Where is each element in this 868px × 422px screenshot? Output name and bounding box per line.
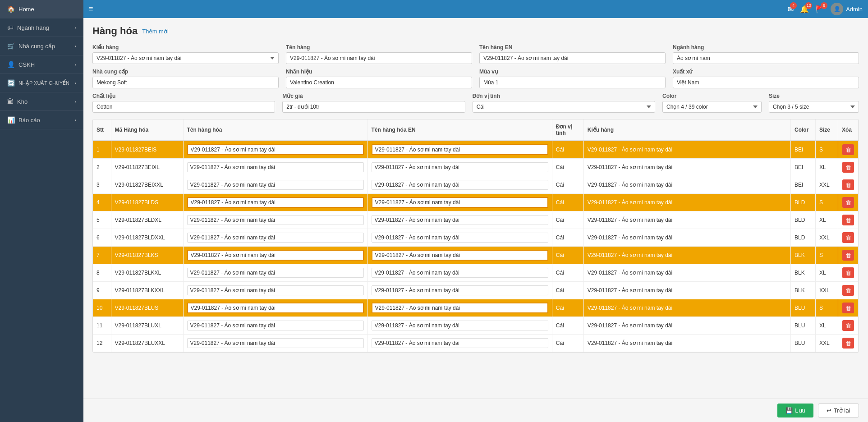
cell-ten-en-input[interactable]: [372, 303, 548, 313]
xuat-xu-input[interactable]: [673, 77, 859, 88]
sidebar-item-cskh[interactable]: 👤 CSKH ›: [0, 55, 83, 74]
delete-button[interactable]: 🗑: [842, 267, 854, 278]
cell-ten-en-input[interactable]: [372, 215, 548, 225]
color-select[interactable]: Chọn 4 / 39 color: [662, 101, 762, 113]
cell-ten[interactable]: [183, 229, 367, 247]
cell-ten[interactable]: [183, 299, 367, 317]
cell-ten-en[interactable]: [367, 264, 552, 282]
delete-button[interactable]: 🗑: [842, 215, 854, 225]
cell-ten-en[interactable]: [367, 299, 552, 317]
sidebar-item-nhap-xuat[interactable]: 🔄 NHẬP XUẤT CHUYỂN ›: [0, 74, 83, 92]
cell-delete[interactable]: 🗑: [838, 264, 859, 282]
delete-button[interactable]: 🗑: [842, 179, 854, 190]
cell-delete[interactable]: 🗑: [838, 299, 859, 317]
delete-button[interactable]: 🗑: [842, 320, 854, 331]
delete-button[interactable]: 🗑: [842, 144, 854, 155]
cell-ten-input[interactable]: [187, 250, 364, 261]
cell-delete[interactable]: 🗑: [838, 317, 859, 335]
cell-ten-input[interactable]: [187, 180, 364, 190]
cell-ten[interactable]: [183, 159, 367, 176]
delete-button[interactable]: 🗑: [842, 250, 854, 261]
cell-ten-input[interactable]: [187, 162, 364, 172]
delete-button[interactable]: 🗑: [842, 197, 854, 208]
delete-button[interactable]: 🗑: [842, 285, 854, 296]
mail-icon-wrap[interactable]: ✉ 4: [788, 5, 794, 14]
cell-ten-en-input[interactable]: [372, 321, 548, 330]
cell-ten[interactable]: [183, 247, 367, 264]
kieu-hang-select[interactable]: V29-011827 - Áo sơ mi nam tay dài: [92, 52, 279, 64]
cell-ten[interactable]: [183, 264, 367, 282]
ten-hang-en-input[interactable]: [479, 52, 666, 64]
cell-delete[interactable]: 🗑: [838, 141, 859, 159]
cell-ten-input[interactable]: [187, 215, 364, 225]
nhan-hieu-input[interactable]: [286, 77, 472, 88]
size-select[interactable]: Chọn 3 / 5 size: [769, 101, 859, 113]
cell-ten[interactable]: [183, 317, 367, 335]
sidebar-item-kho[interactable]: 🏛 Kho ›: [0, 92, 83, 111]
back-button[interactable]: ↩ Trở lại: [818, 404, 859, 417]
cell-ten[interactable]: [183, 194, 367, 211]
add-new-link[interactable]: Thêm mới: [142, 28, 169, 35]
cell-ten-en[interactable]: [367, 211, 552, 229]
delete-button[interactable]: 🗑: [842, 303, 854, 313]
delete-button[interactable]: 🗑: [842, 232, 854, 243]
cell-ten-en-input[interactable]: [372, 250, 548, 261]
nha-cung-cap-input[interactable]: [92, 77, 279, 88]
cell-ten[interactable]: [183, 282, 367, 299]
cell-ten-input[interactable]: [187, 144, 364, 155]
ten-hang-input[interactable]: [286, 52, 472, 64]
cell-ten-input[interactable]: [187, 338, 364, 348]
sidebar-item-nganh-hang[interactable]: 🏷 Ngành hàng ›: [0, 18, 83, 37]
sidebar-item-nha-cung-cap[interactable]: 🛒 Nhà cung cấp ›: [0, 37, 83, 55]
cell-ten-en-input[interactable]: [372, 180, 548, 190]
nganh-hang-input[interactable]: [673, 52, 859, 64]
cell-ten-en-input[interactable]: [372, 233, 548, 243]
cell-ten-input[interactable]: [187, 233, 364, 243]
cell-ten-en[interactable]: [367, 247, 552, 264]
cell-ten-en-input[interactable]: [372, 285, 548, 295]
cell-ten-en[interactable]: [367, 194, 552, 211]
cell-ten[interactable]: [183, 211, 367, 229]
cell-ten-en[interactable]: [367, 317, 552, 335]
menu-icon[interactable]: ≡: [89, 5, 93, 13]
cell-ten-en-input[interactable]: [372, 268, 548, 278]
cell-ten-input[interactable]: [187, 303, 364, 313]
delete-button[interactable]: 🗑: [842, 338, 854, 349]
cell-ten-en[interactable]: [367, 229, 552, 247]
sidebar-item-home[interactable]: 🏠 Home: [0, 0, 83, 18]
cell-ten[interactable]: [183, 176, 367, 194]
cell-ten-input[interactable]: [187, 321, 364, 330]
cell-delete[interactable]: 🗑: [838, 211, 859, 229]
cell-ten-input[interactable]: [187, 268, 364, 278]
cell-delete[interactable]: 🗑: [838, 282, 859, 299]
bell-icon-wrap[interactable]: 🔔 10: [800, 5, 809, 14]
cell-ten[interactable]: [183, 141, 367, 159]
cell-ten-en-input[interactable]: [372, 197, 548, 208]
cell-ten-input[interactable]: [187, 285, 364, 295]
cell-delete[interactable]: 🗑: [838, 176, 859, 194]
cell-ten-en[interactable]: [367, 141, 552, 159]
cell-ten[interactable]: [183, 335, 367, 352]
cell-delete[interactable]: 🗑: [838, 335, 859, 352]
cell-delete[interactable]: 🗑: [838, 247, 859, 264]
cell-ten-en-input[interactable]: [372, 144, 548, 155]
don-vi-tinh-select[interactable]: Cái: [473, 101, 655, 113]
cell-ten-en[interactable]: [367, 176, 552, 194]
flag-icon-wrap[interactable]: 🚩 9: [815, 5, 824, 14]
muc-gia-input[interactable]: [282, 101, 465, 113]
sidebar-item-bao-cao[interactable]: 📊 Báo cáo ›: [0, 111, 83, 129]
chat-lieu-input[interactable]: [92, 101, 275, 113]
cell-ten-en-input[interactable]: [372, 162, 548, 172]
cell-ten-en[interactable]: [367, 282, 552, 299]
cell-ten-en[interactable]: [367, 335, 552, 352]
cell-delete[interactable]: 🗑: [838, 159, 859, 176]
cell-ten-en[interactable]: [367, 159, 552, 176]
admin-user[interactable]: 👤 Admin: [831, 3, 863, 15]
save-button[interactable]: 💾 Lưu: [777, 404, 813, 417]
cell-delete[interactable]: 🗑: [838, 229, 859, 247]
cell-ten-en-input[interactable]: [372, 338, 548, 348]
cell-ten-input[interactable]: [187, 197, 364, 208]
mua-vu-input[interactable]: [479, 77, 666, 88]
cell-delete[interactable]: 🗑: [838, 194, 859, 211]
delete-button[interactable]: 🗑: [842, 162, 854, 173]
